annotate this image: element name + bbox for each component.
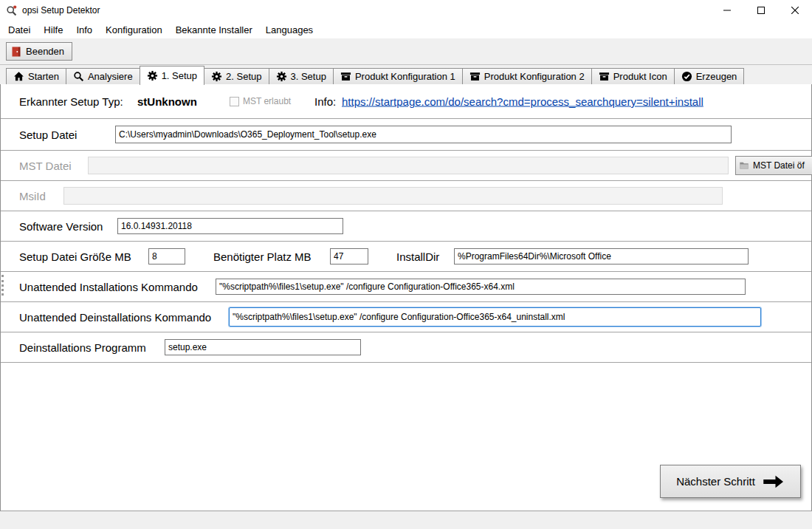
minimize-icon	[723, 7, 731, 14]
window-title: opsi Setup Detektor	[22, 5, 100, 16]
tab-starten-label: Starten	[28, 71, 59, 82]
mst-file-label: MST Datei	[19, 160, 72, 172]
msiid-input	[63, 187, 723, 205]
setup-tab-panel: Erkannter Setup Typ: stUnknown MST erlau…	[0, 83, 812, 511]
tab-2-setup-label: 2. Setup	[226, 71, 261, 82]
tab-2-setup[interactable]: 2. Setup	[204, 68, 269, 84]
tab-produkt-konfiguration-1[interactable]: Produkt Konfiguration 1	[333, 68, 463, 84]
tab-3-setup-label: 3. Setup	[291, 71, 326, 82]
required-space-label: Benötigter Platz MB	[213, 250, 312, 263]
gear-icon	[276, 71, 287, 82]
form-row-detected-type: Erkannter Setup Typ: stUnknown MST erlau…	[1, 84, 811, 119]
tab-bar: Starten Analysiere 1. Setup 2. Setup 3. …	[0, 65, 812, 84]
info-label: Info:	[314, 95, 336, 108]
form-row-mst-file: MST Datei MST Datei öf	[1, 151, 811, 181]
gear-icon	[147, 70, 158, 81]
form-row-install-command: Unattended Installations Kommando	[1, 272, 811, 302]
tab-produkt-konfiguration-2[interactable]: Produkt Konfiguration 2	[462, 68, 592, 84]
form-row-sizes: Setup Datei Größe MB Benötigter Platz MB…	[1, 242, 811, 272]
close-button[interactable]	[778, 0, 812, 21]
app-icon	[5, 4, 18, 17]
tab-produkt-icon-label: Produkt Icon	[613, 71, 667, 82]
tab-1-setup[interactable]: 1. Setup	[140, 66, 204, 85]
maximize-button[interactable]	[744, 0, 778, 21]
gear-icon	[211, 71, 222, 82]
quit-button-label: Beenden	[26, 46, 64, 57]
form-row-msiid: MsiId	[1, 181, 811, 211]
tab-erzeugen[interactable]: Erzeugen	[674, 68, 745, 84]
check-icon	[681, 71, 692, 82]
toolbar: Beenden	[0, 38, 812, 65]
tab-1-setup-label: 1. Setup	[162, 70, 197, 81]
setup-file-label: Setup Datei	[19, 129, 77, 141]
menu-item-konfiguration[interactable]: Konfiguration	[99, 22, 169, 38]
tab-produkt-konfiguration-1-label: Produkt Konfiguration 1	[355, 71, 455, 82]
menu-item-bekannte-installer[interactable]: Bekannte Installer	[169, 22, 259, 38]
minimize-button[interactable]	[710, 0, 744, 21]
package-icon	[340, 71, 351, 82]
install-command-input[interactable]	[216, 279, 746, 295]
tab-produkt-konfiguration-2-label: Produkt Konfiguration 2	[484, 71, 585, 82]
tab-produkt-icon[interactable]: Produkt Icon	[591, 68, 675, 84]
menubar: Datei Hilfe Info Konfiguration Bekannte …	[0, 21, 812, 38]
package-icon	[599, 71, 610, 82]
form-row-setup-file: Setup Datei	[1, 119, 811, 151]
titlebar: opsi Setup Detektor	[0, 0, 812, 21]
splitter-grip[interactable]	[1, 275, 4, 296]
form-row-software-version: Software Version	[1, 211, 811, 242]
setup-size-label: Setup Datei Größe MB	[19, 250, 131, 263]
next-step-button[interactable]: Nächster Schritt	[660, 465, 801, 498]
software-version-label: Software Version	[19, 220, 103, 233]
tab-starten[interactable]: Starten	[6, 68, 66, 84]
uninstall-command-label: Unattended Deinstallations Kommando	[19, 311, 211, 324]
menu-item-info[interactable]: Info	[69, 22, 99, 38]
arrow-right-icon	[763, 474, 785, 489]
required-space-input[interactable]	[330, 248, 368, 264]
msiid-label: MsiId	[19, 190, 46, 202]
window-controls	[710, 0, 812, 21]
app-window: opsi Setup Detektor Datei Hilfe Info Kon…	[0, 0, 812, 529]
detected-setup-type-label: Erkannter Setup Typ:	[19, 95, 123, 108]
maximize-icon	[757, 7, 765, 14]
mst-allowed-checkbox	[230, 97, 239, 106]
home-icon	[13, 71, 24, 82]
mst-open-button[interactable]: MST Datei öf	[735, 156, 812, 175]
mst-file-input	[88, 157, 729, 174]
open-file-icon	[739, 160, 749, 171]
setup-size-input[interactable]	[148, 248, 185, 264]
installdir-input[interactable]	[454, 248, 749, 264]
tab-erzeugen-label: Erzeugen	[696, 71, 737, 82]
mst-allowed-label: MST erlaubt	[243, 96, 291, 106]
search-icon	[73, 71, 84, 82]
quit-exit-icon	[10, 46, 22, 58]
close-icon	[791, 7, 799, 14]
installdir-label: InstallDir	[396, 250, 439, 263]
tab-3-setup[interactable]: 3. Setup	[269, 68, 334, 84]
info-link[interactable]: https://startpage.com/do/search?cmd=proc…	[342, 95, 703, 108]
uninstall-command-input[interactable]	[229, 307, 761, 327]
uninstall-program-label: Deinstallations Programm	[19, 341, 146, 354]
install-command-label: Unattended Installations Kommando	[19, 281, 198, 293]
tab-analysiere-label: Analysiere	[88, 71, 133, 82]
menu-item-languages[interactable]: Languages	[259, 22, 320, 38]
menu-item-hilfe[interactable]: Hilfe	[37, 22, 69, 38]
package-icon	[469, 71, 481, 82]
form-row-uninstall-command: Unattended Deinstallations Kommando	[1, 302, 811, 332]
menu-item-datei[interactable]: Datei	[1, 22, 37, 38]
form-row-uninstall-program: Deinstallations Programm	[1, 332, 811, 363]
tab-analysiere[interactable]: Analysiere	[66, 68, 140, 84]
software-version-input[interactable]	[117, 218, 343, 234]
next-step-label: Nächster Schritt	[676, 475, 755, 488]
quit-button[interactable]: Beenden	[6, 42, 72, 61]
mst-allowed-checkbox-group: MST erlaubt	[230, 96, 291, 106]
status-bar	[0, 511, 812, 529]
uninstall-program-input[interactable]	[165, 339, 361, 355]
mst-open-button-label: MST Datei öf	[753, 160, 805, 171]
setup-file-input[interactable]	[115, 126, 732, 143]
detected-setup-type-value: stUnknown	[137, 95, 197, 108]
